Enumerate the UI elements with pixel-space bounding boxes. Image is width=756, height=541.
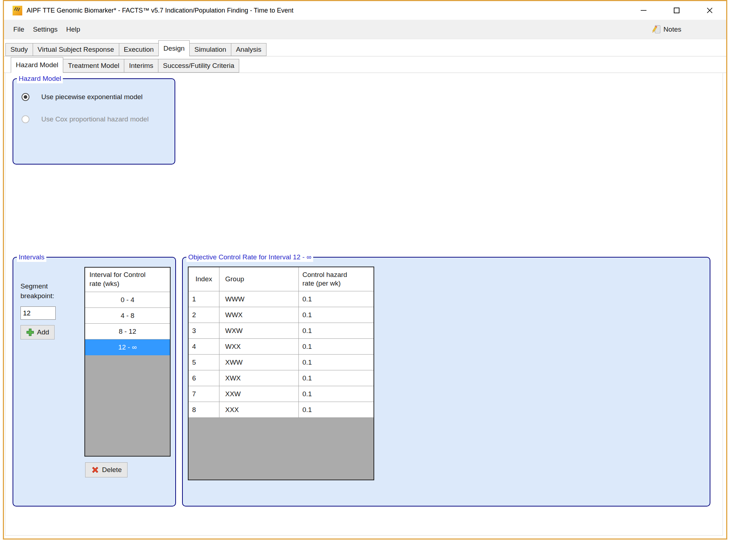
column-header-rate: Control hazard rate (per wk) (299, 267, 374, 291)
cell-rate[interactable]: 0.1 (299, 402, 374, 418)
design-sub-tab-strip: Hazard Model Treatment Model Interims Su… (4, 56, 726, 73)
tab-hazard-model[interactable]: Hazard Model (11, 57, 63, 73)
cell-rate[interactable]: 0.1 (299, 307, 374, 323)
radio-cox-proportional[interactable]: Use Cox proportional hazard model (22, 115, 149, 123)
radio-unselected-icon (22, 115, 29, 123)
delete-button[interactable]: Delete (85, 462, 127, 477)
table-row[interactable]: 4 WXX 0.1 (189, 339, 374, 355)
app-logo-icon (13, 6, 22, 15)
notes-button[interactable]: Notes (651, 25, 681, 34)
cell-group: XWW (219, 355, 299, 370)
segment-breakpoint-label: Segment breakpoint: (20, 281, 54, 301)
interval-row-selected[interactable]: 12 - ∞ (85, 339, 170, 355)
hazard-model-group-label: Hazard Model (17, 74, 63, 83)
interval-row[interactable]: 0 - 4 (85, 292, 170, 308)
radio-piecewise-label: Use piecewise exponential model (41, 93, 143, 101)
tab-execution[interactable]: Execution (119, 43, 159, 56)
interval-row[interactable]: 4 - 8 (85, 308, 170, 324)
intervals-table-empty-area (85, 355, 170, 456)
intervals-table: Interval for Control rate (wks) 0 - 4 4 … (84, 267, 171, 457)
notes-label: Notes (663, 26, 681, 33)
desktop: AIPF TTE Genomic Biomarker* - FACTS™ v5.… (0, 0, 756, 541)
cell-rate[interactable]: 0.1 (299, 386, 374, 402)
cell-index: 7 (189, 386, 219, 402)
objective-control-rate-table: Index Group Control hazard rate (per wk)… (188, 267, 374, 480)
hazard-model-groupbox: Hazard Model Use piecewise exponential m… (13, 78, 175, 165)
app-window: AIPF TTE Genomic Biomarker* - FACTS™ v5.… (3, 0, 727, 540)
table-row[interactable]: 2 WWX 0.1 (189, 307, 374, 323)
cell-rate[interactable]: 0.1 (299, 339, 374, 355)
tab-design[interactable]: Design (158, 40, 190, 56)
radio-selected-icon (22, 93, 29, 101)
intervals-table-header: Interval for Control rate (wks) (85, 268, 170, 292)
cell-index: 3 (189, 323, 219, 339)
notes-notepad-icon (651, 25, 661, 34)
table-row[interactable]: 8 XXX 0.1 (189, 402, 374, 418)
objective-control-rate-groupbox: Objective Control Rate for Interval 12 -… (182, 257, 710, 507)
tab-interims[interactable]: Interims (124, 59, 158, 73)
menu-settings[interactable]: Settings (29, 20, 62, 39)
tab-success-futility-criteria[interactable]: Success/Futility Criteria (158, 59, 240, 73)
cell-group: WWX (219, 307, 299, 323)
objective-control-rate-group-label: Objective Control Rate for Interval 12 -… (186, 253, 313, 262)
radio-cox-label: Use Cox proportional hazard model (41, 115, 149, 123)
cell-index: 6 (189, 370, 219, 386)
table-row[interactable]: 1 WWW 0.1 (189, 291, 374, 307)
radio-piecewise-exponential[interactable]: Use piecewise exponential model (22, 93, 143, 101)
intervals-group-label: Intervals (17, 253, 46, 262)
hazard-model-page: Hazard Model Use piecewise exponential m… (4, 73, 726, 538)
cell-index: 4 (189, 339, 219, 355)
tab-treatment-model[interactable]: Treatment Model (63, 59, 124, 73)
table-row[interactable]: 6 XWX 0.1 (189, 370, 374, 386)
menu-file[interactable]: File (9, 20, 29, 39)
cell-group: WXX (219, 339, 299, 355)
cell-rate[interactable]: 0.1 (299, 370, 374, 386)
cell-index: 8 (189, 402, 219, 418)
objective-table-empty-area (189, 418, 374, 480)
cell-group: WXW (219, 323, 299, 339)
segment-breakpoint-input[interactable] (20, 306, 56, 320)
add-plus-icon (26, 328, 34, 337)
table-row[interactable]: 7 XXW 0.1 (189, 386, 374, 402)
cell-group: XWX (219, 370, 299, 386)
tab-study[interactable]: Study (5, 43, 33, 56)
table-row[interactable]: 5 XWW 0.1 (189, 355, 374, 370)
menu-bar: File Settings Help Notes (4, 20, 726, 39)
maximize-icon[interactable] (660, 1, 693, 20)
delete-x-icon (91, 466, 99, 474)
objective-table-header-row: Index Group Control hazard rate (per wk) (189, 267, 374, 291)
cell-index: 1 (189, 291, 219, 307)
cell-rate[interactable]: 0.1 (299, 323, 374, 339)
interval-row[interactable]: 8 - 12 (85, 324, 170, 339)
tab-analysis[interactable]: Analysis (231, 43, 266, 56)
intervals-groupbox: Intervals Segment breakpoint: Add Interv… (13, 257, 176, 507)
close-icon[interactable] (693, 1, 726, 20)
main-tab-strip: Study Virtual Subject Response Execution… (4, 39, 726, 56)
tab-simulation[interactable]: Simulation (189, 43, 231, 56)
add-button-label: Add (37, 328, 49, 336)
tab-virtual-subject-response[interactable]: Virtual Subject Response (33, 43, 119, 56)
title-bar[interactable]: AIPF TTE Genomic Biomarker* - FACTS™ v5.… (4, 1, 726, 20)
window-title: AIPF TTE Genomic Biomarker* - FACTS™ v5.… (27, 7, 293, 14)
table-row[interactable]: 3 WXW 0.1 (189, 323, 374, 339)
minimize-icon[interactable] (627, 1, 660, 20)
window-controls (627, 1, 726, 20)
cell-group: XXX (219, 402, 299, 418)
cell-index: 5 (189, 355, 219, 370)
cell-group: WWW (219, 291, 299, 307)
cell-rate[interactable]: 0.1 (299, 355, 374, 370)
column-header-group: Group (219, 267, 299, 291)
cell-group: XXW (219, 386, 299, 402)
cell-rate[interactable]: 0.1 (299, 291, 374, 307)
column-header-index: Index (189, 267, 219, 291)
cell-index: 2 (189, 307, 219, 323)
menu-help[interactable]: Help (62, 20, 84, 39)
delete-button-label: Delete (102, 466, 122, 474)
add-button[interactable]: Add (20, 325, 55, 339)
